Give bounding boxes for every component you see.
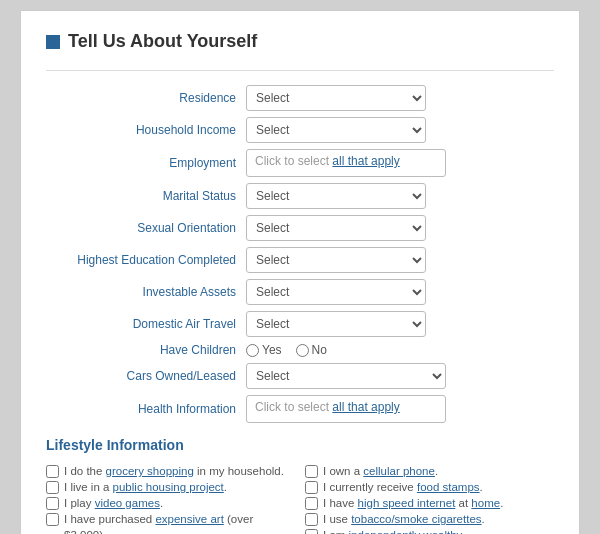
- row-highest-education: Highest Education Completed Select: [46, 247, 554, 273]
- row-marital-status: Marital Status Select: [46, 183, 554, 209]
- checkbox-videogames[interactable]: [46, 497, 59, 510]
- control-highest-education: Select: [246, 247, 554, 273]
- lifestyle-text: I use tobacco/smoke cigarettes.: [323, 511, 485, 527]
- radio-yes[interactable]: [246, 344, 259, 357]
- label-cars-owned: Cars Owned/Leased: [46, 369, 246, 383]
- checkbox-foodstamps[interactable]: [305, 481, 318, 494]
- control-sexual-orientation: Select: [246, 215, 554, 241]
- row-domestic-air-travel: Domestic Air Travel Select: [46, 311, 554, 337]
- card-title: Tell Us About Yourself: [46, 31, 554, 52]
- list-item: I have high speed internet at home.: [305, 495, 554, 511]
- list-item: I own a cellular phone.: [305, 463, 554, 479]
- lifestyle-text: I own a cellular phone.: [323, 463, 438, 479]
- row-sexual-orientation: Sexual Orientation Select: [46, 215, 554, 241]
- label-employment: Employment: [46, 156, 246, 170]
- list-item: I currently receive food stamps.: [305, 479, 554, 495]
- select-sexual-orientation[interactable]: Select: [246, 215, 426, 241]
- row-cars-owned: Cars Owned/Leased Select: [46, 363, 554, 389]
- label-highest-education: Highest Education Completed: [46, 253, 246, 267]
- list-item: I use tobacco/smoke cigarettes.: [305, 511, 554, 527]
- checkbox-wealthy[interactable]: [305, 529, 318, 534]
- row-have-children: Have Children Yes No: [46, 343, 554, 357]
- list-item: I am independently wealthy.: [305, 527, 554, 534]
- control-domestic-air-travel: Select: [246, 311, 554, 337]
- checkbox-tobacco[interactable]: [305, 513, 318, 526]
- list-item: I do the grocery shopping in my househol…: [46, 463, 295, 479]
- select-marital-status[interactable]: Select: [246, 183, 426, 209]
- control-have-children: Yes No: [246, 343, 554, 357]
- control-employment: Click to select all that apply: [246, 149, 554, 177]
- row-residence: Residence Select: [46, 85, 554, 111]
- row-employment: Employment Click to select all that appl…: [46, 149, 554, 177]
- main-card: Tell Us About Yourself Residence Select …: [20, 10, 580, 534]
- control-health-information: Click to select all that apply: [246, 395, 554, 423]
- list-item: I live in a public housing project.: [46, 479, 295, 495]
- label-household-income: Household Income: [46, 123, 246, 137]
- control-residence: Select: [246, 85, 554, 111]
- control-investable-assets: Select: [246, 279, 554, 305]
- row-investable-assets: Investable Assets Select: [46, 279, 554, 305]
- control-marital-status: Select: [246, 183, 554, 209]
- label-residence: Residence: [46, 91, 246, 105]
- select-cars-owned[interactable]: Select: [246, 363, 446, 389]
- lifestyle-text: I have purchased expensive art (over $3,…: [64, 511, 295, 534]
- lifestyle-text: I play video games.: [64, 495, 163, 511]
- click-select-employment[interactable]: Click to select all that apply: [246, 149, 446, 177]
- label-investable-assets: Investable Assets: [46, 285, 246, 299]
- select-domestic-air-travel[interactable]: Select: [246, 311, 426, 337]
- lifestyle-grid: I do the grocery shopping in my househol…: [46, 463, 554, 534]
- label-health-information: Health Information: [46, 402, 246, 416]
- checkbox-internet[interactable]: [305, 497, 318, 510]
- radio-no[interactable]: [296, 344, 309, 357]
- select-household-income[interactable]: Select: [246, 117, 426, 143]
- select-highest-education[interactable]: Select: [246, 247, 426, 273]
- select-residence[interactable]: Select: [246, 85, 426, 111]
- lifestyle-title: Lifestyle Information: [46, 437, 554, 453]
- lifestyle-text: I currently receive food stamps.: [323, 479, 483, 495]
- radio-yes-label[interactable]: Yes: [246, 343, 282, 357]
- row-health-information: Health Information Click to select all t…: [46, 395, 554, 423]
- title-icon: [46, 35, 60, 49]
- select-investable-assets[interactable]: Select: [246, 279, 426, 305]
- click-select-health[interactable]: Click to select all that apply: [246, 395, 446, 423]
- label-have-children: Have Children: [46, 343, 246, 357]
- radio-group-children: Yes No: [246, 343, 554, 357]
- radio-no-label[interactable]: No: [296, 343, 327, 357]
- checkbox-grocery[interactable]: [46, 465, 59, 478]
- checkbox-art[interactable]: [46, 513, 59, 526]
- lifestyle-text: I live in a public housing project.: [64, 479, 227, 495]
- row-household-income: Household Income Select: [46, 117, 554, 143]
- checkbox-cellular[interactable]: [305, 465, 318, 478]
- control-household-income: Select: [246, 117, 554, 143]
- label-marital-status: Marital Status: [46, 189, 246, 203]
- lifestyle-text: I am independently wealthy.: [323, 527, 465, 534]
- control-cars-owned: Select: [246, 363, 554, 389]
- label-sexual-orientation: Sexual Orientation: [46, 221, 246, 235]
- list-item: I have purchased expensive art (over $3,…: [46, 511, 295, 534]
- divider: [46, 70, 554, 71]
- checkbox-housing[interactable]: [46, 481, 59, 494]
- lifestyle-text: I do the grocery shopping in my househol…: [64, 463, 284, 479]
- label-domestic-air-travel: Domestic Air Travel: [46, 317, 246, 331]
- lifestyle-left: I do the grocery shopping in my househol…: [46, 463, 295, 534]
- lifestyle-right: I own a cellular phone. I currently rece…: [305, 463, 554, 534]
- lifestyle-text: I have high speed internet at home.: [323, 495, 503, 511]
- card-title-text: Tell Us About Yourself: [68, 31, 257, 52]
- list-item: I play video games.: [46, 495, 295, 511]
